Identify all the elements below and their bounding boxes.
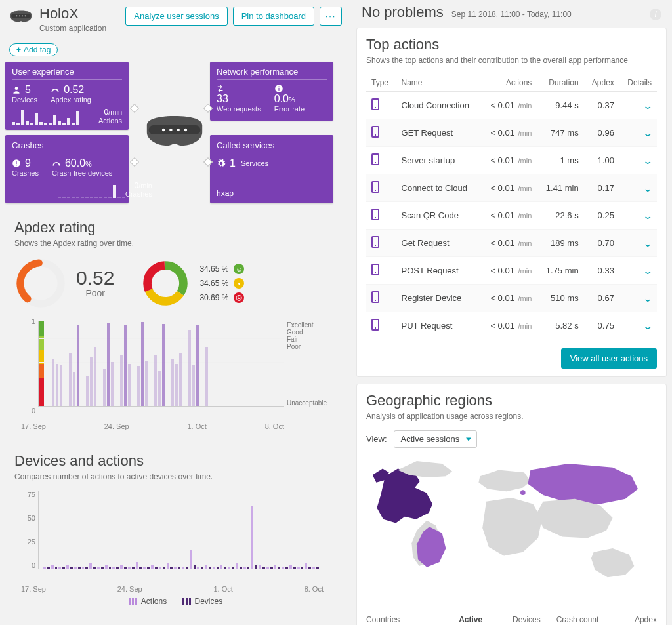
th-details[interactable]: Details <box>620 74 657 92</box>
plus-icon: + <box>16 45 21 54</box>
info-icon[interactable]: i <box>650 9 662 20</box>
geo-th-apdex[interactable]: Apdex <box>598 615 657 625</box>
action-name: PUT Request <box>396 312 481 340</box>
y-label: 1 <box>32 317 35 325</box>
tile-network-performance[interactable]: Network performance 33 Web requests 0.0% <box>210 62 333 121</box>
chevron-down-icon[interactable]: ⌄ <box>642 128 654 138</box>
devices-subtitle: Compares number of actions to active dev… <box>14 472 337 481</box>
legend-good-value: 34.65 % <box>200 264 228 273</box>
table-row[interactable]: Server startup< 0.01 /min1 ms1.00⌄ <box>366 147 657 174</box>
action-duration: 1 ms <box>537 147 583 174</box>
geo-th-countries[interactable]: Countries <box>366 615 425 625</box>
table-row[interactable]: Cloud Connection< 0.01 /min9.44 s0.37⌄ <box>366 92 657 119</box>
service-name: hxap <box>217 189 234 198</box>
pin-dashboard-button[interactable]: Pin to dashboard <box>233 7 314 26</box>
region-europe[interactable] <box>478 470 530 492</box>
table-row[interactable]: POST Request< 0.01 /min1.75 min0.33⌄ <box>366 257 657 285</box>
x-label: 8. Oct <box>304 585 324 593</box>
action-rate: < 0.01 /min <box>481 119 537 147</box>
crash-rate-unit: /min <box>138 182 152 190</box>
table-row[interactable]: Get Request< 0.01 /min189 ms0.70⌄ <box>366 230 657 257</box>
band-label: Unacceptable <box>287 399 337 407</box>
action-apdex: 0.70 <box>584 230 620 257</box>
x-label: 17. Sep <box>21 585 46 593</box>
tile-called-services[interactable]: Called services 1 Services hxap <box>210 135 333 203</box>
th-duration[interactable]: Duration <box>537 74 583 92</box>
action-name: Register Device <box>396 285 481 312</box>
chevron-down-icon[interactable]: ⌄ <box>642 183 654 193</box>
action-rate: < 0.01 /min <box>481 174 537 202</box>
geo-th-active[interactable]: Active sessions ▼ <box>425 615 483 625</box>
geo-subtitle: Analysis of application usage across reg… <box>366 412 657 421</box>
region-africa[interactable] <box>482 498 542 556</box>
action-apdex: 0.37 <box>584 92 620 119</box>
table-row[interactable]: GET Request< 0.01 /min747 ms0.96⌄ <box>366 119 657 147</box>
geo-th-devices[interactable]: Devices <box>482 615 541 625</box>
region-asia[interactable] <box>537 499 613 538</box>
neutral-icon: • <box>234 278 244 289</box>
y-label: 25 <box>28 538 35 546</box>
more-menu-button[interactable]: ··· <box>320 7 342 26</box>
app-title: HoloX <box>39 7 125 21</box>
action-duration: 5.82 s <box>537 312 583 340</box>
action-duration: 22.6 s <box>537 202 583 230</box>
y-label: 0 <box>32 561 35 569</box>
apdex-gauge <box>14 257 67 310</box>
tile-title: Crashes <box>12 140 122 153</box>
chevron-down-icon[interactable]: ⌄ <box>642 266 654 276</box>
x-label: 24. Sep <box>104 422 129 430</box>
mobile-icon <box>371 98 379 110</box>
th-type[interactable]: Type <box>366 74 396 92</box>
top-actions-table: Type Name Actions Duration Apdex Details… <box>366 74 657 339</box>
table-row[interactable]: PUT Request< 0.01 /min5.82 s0.75⌄ <box>366 312 657 340</box>
svg-point-4 <box>25 15 26 16</box>
action-name: POST Request <box>396 257 481 285</box>
devices-title: Devices and actions <box>14 453 337 470</box>
crashes-value: 9 <box>25 157 31 169</box>
x-label: 24. Sep <box>117 585 142 593</box>
mobile-icon <box>371 126 379 138</box>
legend-devices: Devices <box>195 597 223 606</box>
action-apdex: 1.00 <box>584 147 620 174</box>
table-row[interactable]: Scan QR Code< 0.01 /min22.6 s0.25⌄ <box>366 202 657 230</box>
geo-title: Geographic regions <box>366 392 657 409</box>
transfer-icon <box>217 84 226 93</box>
chevron-down-icon[interactable]: ⌄ <box>642 155 654 166</box>
geo-view-select[interactable]: Active sessions <box>394 430 478 448</box>
band-label: Poor <box>287 343 337 350</box>
region-dot[interactable] <box>520 490 526 495</box>
frown-icon: ☹ <box>234 292 244 303</box>
analyze-sessions-button[interactable]: Analyze user sessions <box>125 7 227 26</box>
th-name[interactable]: Name <box>396 74 481 92</box>
table-row[interactable]: Register Device< 0.01 /min510 ms0.67⌄ <box>366 285 657 312</box>
chevron-down-icon[interactable]: ⌄ <box>642 211 654 221</box>
mobile-icon <box>371 291 379 303</box>
th-apdex[interactable]: Apdex <box>584 74 620 92</box>
action-rate: < 0.01 /min <box>481 230 537 257</box>
spark-ux <box>12 109 79 125</box>
x-label: 17. Sep <box>21 422 46 430</box>
alert-icon <box>12 159 21 168</box>
svg-point-13 <box>162 129 165 132</box>
app-icon <box>9 8 33 28</box>
tile-user-experience[interactable]: User experience 5 Devices 0.52 <box>5 62 129 130</box>
th-actions[interactable]: Actions <box>481 74 537 92</box>
chevron-down-icon[interactable]: ⌄ <box>642 238 654 249</box>
chevron-down-icon[interactable]: ⌄ <box>642 293 654 304</box>
crashfree-value: 60.0 <box>65 157 85 169</box>
legend-ok-value: 34.65 % <box>200 279 228 288</box>
world-map[interactable] <box>366 454 657 605</box>
tile-crashes[interactable]: Crashes 9 Crashes 60.0% <box>5 135 129 203</box>
smile-icon: ☺ <box>234 264 244 274</box>
geo-th-crash[interactable]: Crash count <box>541 615 599 625</box>
view-all-actions-button[interactable]: View all user actions <box>561 348 657 369</box>
webreq-label: Web requests <box>217 105 261 113</box>
region-russia[interactable] <box>528 464 639 504</box>
add-tag-button[interactable]: + Add tag <box>9 43 58 56</box>
action-rate: < 0.01 /min <box>481 92 537 119</box>
chevron-down-icon[interactable]: ⌄ <box>642 321 654 331</box>
region-australia[interactable] <box>591 548 634 577</box>
connector-dot <box>130 104 139 113</box>
chevron-down-icon[interactable]: ⌄ <box>642 100 654 111</box>
table-row[interactable]: Connect to Cloud< 0.01 /min1.41 min0.17⌄ <box>366 174 657 202</box>
